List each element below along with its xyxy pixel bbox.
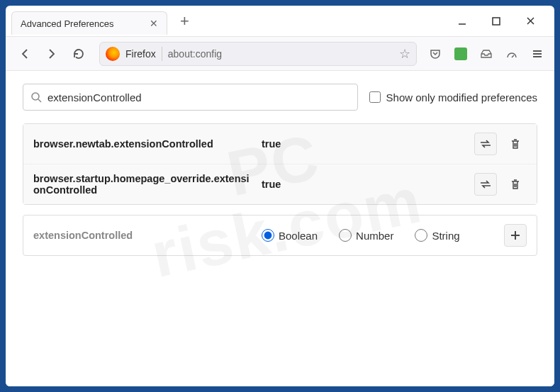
search-input[interactable] bbox=[47, 91, 350, 103]
pref-value: true bbox=[262, 179, 466, 190]
maximize-button[interactable] bbox=[486, 11, 506, 31]
window-controls bbox=[452, 11, 549, 31]
browser-tab[interactable]: Advanced Preferences ✕ bbox=[11, 11, 167, 35]
toggle-button[interactable] bbox=[474, 173, 497, 196]
search-icon bbox=[30, 91, 42, 103]
pref-name: browser.startup.homepage_override.extens… bbox=[33, 173, 253, 196]
bookmark-star-icon[interactable]: ☆ bbox=[399, 46, 410, 62]
radio-string[interactable]: String bbox=[415, 229, 459, 242]
toolbar: Firefox about:config ☆ bbox=[6, 37, 554, 71]
pref-value: true bbox=[262, 138, 466, 150]
add-button[interactable] bbox=[504, 224, 527, 247]
reload-button[interactable] bbox=[67, 42, 91, 66]
minimize-button[interactable] bbox=[452, 11, 472, 31]
content-area: Show only modified preferences browser.n… bbox=[6, 71, 554, 386]
new-tab-button[interactable]: + bbox=[176, 11, 194, 32]
address-bar[interactable]: Firefox about:config ☆ bbox=[99, 42, 417, 66]
type-radio-group: Boolean Number String bbox=[262, 229, 495, 242]
search-box[interactable] bbox=[23, 84, 358, 111]
extension-icon[interactable] bbox=[451, 44, 471, 64]
new-pref-name: extensionControlled bbox=[33, 230, 253, 241]
pref-name: browser.newtab.extensionControlled bbox=[33, 138, 253, 150]
tab-title: Advanced Preferences bbox=[21, 18, 114, 29]
dashboard-icon[interactable] bbox=[502, 44, 522, 64]
delete-button[interactable] bbox=[504, 173, 527, 196]
svg-rect-1 bbox=[493, 18, 500, 25]
toggle-button[interactable] bbox=[474, 133, 497, 155]
preference-list: browser.newtab.extensionControlled true … bbox=[23, 123, 537, 205]
inbox-icon[interactable] bbox=[476, 44, 496, 64]
close-icon[interactable]: ✕ bbox=[150, 18, 158, 29]
titlebar: Advanced Preferences ✕ + bbox=[6, 6, 554, 37]
show-modified-input[interactable] bbox=[369, 91, 381, 103]
delete-button[interactable] bbox=[504, 133, 527, 155]
forward-button[interactable] bbox=[40, 42, 64, 66]
preference-row: browser.startup.homepage_override.extens… bbox=[23, 164, 537, 204]
separator bbox=[162, 47, 162, 61]
preference-row: browser.newtab.extensionControlled true bbox=[23, 124, 537, 164]
svg-line-8 bbox=[38, 99, 41, 102]
back-button[interactable] bbox=[13, 42, 37, 66]
show-modified-checkbox[interactable]: Show only modified preferences bbox=[369, 91, 537, 103]
firefox-logo-icon bbox=[106, 47, 120, 61]
menu-button[interactable] bbox=[527, 44, 547, 64]
pocket-icon[interactable] bbox=[425, 44, 445, 64]
close-button[interactable] bbox=[520, 11, 540, 31]
radio-boolean[interactable]: Boolean bbox=[262, 229, 318, 242]
address-url: about:config bbox=[168, 48, 393, 60]
radio-number[interactable]: Number bbox=[339, 229, 393, 242]
add-preference-box: extensionControlled Boolean Number Strin… bbox=[23, 215, 537, 256]
address-label: Firefox bbox=[125, 48, 156, 60]
show-modified-label: Show only modified preferences bbox=[386, 91, 537, 103]
svg-point-7 bbox=[32, 93, 39, 100]
